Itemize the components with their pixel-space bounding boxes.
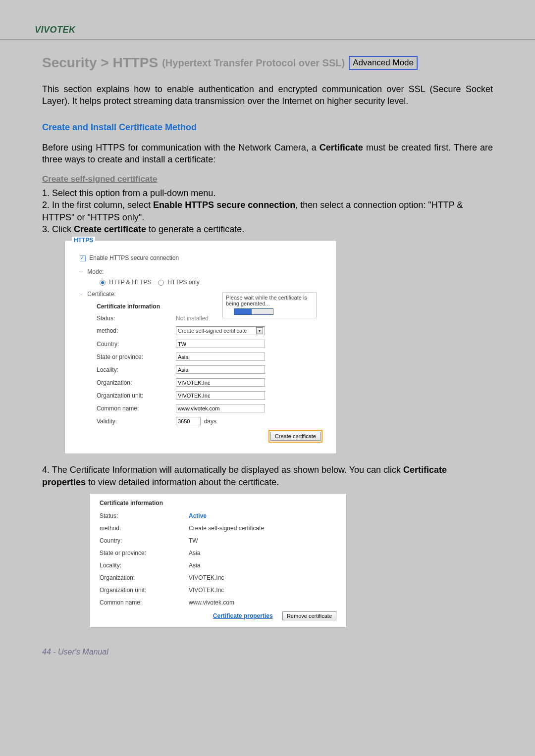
step-3: 3. Click Create certificate to generate … <box>42 223 493 235</box>
step-1: 1. Select this option from a pull-down m… <box>42 187 493 199</box>
label-common-name: Common name: <box>97 405 176 412</box>
row2-state: State or province: Asia <box>100 550 336 556</box>
generating-message: Please wait while the certificate is bei… <box>226 295 313 306</box>
row2-org-unit: Organization unit: VIVOTEK.Inc <box>100 587 336 594</box>
row-state: State or province: <box>97 353 322 361</box>
value-state: Asia <box>189 550 200 556</box>
value-org-unit: VIVOTEK.Inc <box>189 587 224 594</box>
value-common-name: www.vivotek.com <box>189 599 234 606</box>
text-bold: Create certificate <box>74 224 146 234</box>
value-org: VIVOTEK.Inc <box>189 574 224 581</box>
label-status: Status: <box>100 512 189 519</box>
label-state: State or province: <box>97 353 176 360</box>
label-method: method: <box>97 327 176 334</box>
row-locality: Locality: <box>97 365 322 374</box>
advanced-mode-badge: Advanced Mode <box>349 56 418 70</box>
mode-options: HTTP & HTTPS HTTPS only <box>100 279 322 286</box>
page-header: VIVOTEK <box>0 15 535 40</box>
org-unit-input[interactable] <box>176 391 265 400</box>
dropdown-arrow-icon: ▾ <box>256 327 263 334</box>
org-input[interactable] <box>176 378 265 387</box>
row-org: Organization: <box>97 378 322 387</box>
validity-input[interactable] <box>176 417 201 425</box>
label-org: Organization: <box>100 574 189 581</box>
row2-status: Status: Active <box>100 512 336 519</box>
text-bold: Enable HTTPS secure connection <box>153 200 295 210</box>
subsection-heading: Create self-signed certificate <box>42 174 493 184</box>
steps-list: 1. Select this option from a pull-down m… <box>42 187 493 235</box>
enable-https-checkbox[interactable] <box>80 255 86 261</box>
content-area: Security > HTTPS (Hypertext Transfer Pro… <box>0 55 535 628</box>
state-input[interactable] <box>176 353 265 361</box>
value-locality: Asia <box>189 562 200 569</box>
row2-country: Country: TW <box>100 537 336 544</box>
text: 2. In the first column, select <box>42 200 153 210</box>
cert-info-heading-2: Certificate information <box>100 500 336 506</box>
page-subtitle: (Hypertext Transfer Protocol over SSL) <box>162 57 345 69</box>
text: 3. Click <box>42 224 74 234</box>
label-org-unit: Organization unit: <box>97 392 176 399</box>
text: to generate a certificate. <box>146 224 244 234</box>
label-org: Organization: <box>97 379 176 386</box>
create-button-row: Create certificate <box>97 430 322 443</box>
row-method: method: Create self-signed certificate ▾ <box>97 326 322 335</box>
enable-https-row: Enable HTTPS secure connection <box>80 254 322 261</box>
section-heading: Create and Install Certificate Method <box>42 122 493 133</box>
panel2-footer: Certificate properties Remove certificat… <box>100 611 336 620</box>
text-bold: Certificate <box>320 143 363 152</box>
method-select-value: Create self-signed certificate <box>178 328 247 334</box>
common-name-input[interactable] <box>176 404 265 412</box>
row-country: Country: <box>97 340 322 348</box>
step-4: 4. The Certificate Information will auto… <box>42 464 493 488</box>
label-state: State or province: <box>100 550 189 556</box>
method-select[interactable]: Create self-signed certificate ▾ <box>176 326 265 335</box>
certificate-info-panel: Certificate information Status: Active m… <box>89 493 347 628</box>
text: to view detailed information about the c… <box>86 477 279 487</box>
https-config-panel: HTTPS Enable HTTPS secure connection ﹀ M… <box>64 240 337 454</box>
certificate-info-form: Certificate information Status: Not inst… <box>97 303 322 443</box>
highlight-box: Create certificate <box>268 430 322 443</box>
row-validity: Validity: days <box>97 417 322 425</box>
remove-certificate-button[interactable]: Remove certificate <box>282 611 336 620</box>
row-org-unit: Organization unit: <box>97 391 322 400</box>
radio-https-only[interactable] <box>158 280 164 286</box>
mode-label: Mode: <box>87 268 104 275</box>
radio-https-only-label: HTTPS only <box>167 279 200 286</box>
certificate-label: Certificate: <box>87 291 115 298</box>
certificate-properties-link[interactable]: Certificate properties <box>213 612 273 619</box>
page-title-row: Security > HTTPS (Hypertext Transfer Pro… <box>42 55 493 71</box>
row2-locality: Locality: Asia <box>100 562 336 569</box>
page-footer: 44 - User's Manual <box>0 628 535 656</box>
chevron-down-icon: ﹀ <box>79 292 84 297</box>
mode-row: ﹀ Mode: <box>79 268 322 276</box>
label-locality: Locality: <box>100 562 189 569</box>
radio-http-https-label: HTTP & HTTPS <box>109 279 151 286</box>
fieldset-legend: HTTPS <box>72 237 95 244</box>
create-certificate-button[interactable]: Create certificate <box>270 432 321 441</box>
row-common-name: Common name: <box>97 404 322 412</box>
value-status-active: Active <box>189 512 207 519</box>
label-method: method: <box>100 525 189 532</box>
page-title: Security > HTTPS <box>42 55 158 71</box>
document-page: VIVOTEK Security > HTTPS (Hypertext Tran… <box>0 0 535 676</box>
text: 4. The Certificate Information will auto… <box>42 465 403 475</box>
chevron-down-icon: ﹀ <box>79 270 84 275</box>
country-input[interactable] <box>176 340 265 348</box>
label-locality: Locality: <box>97 366 176 373</box>
progress-bar <box>234 308 273 315</box>
row2-common-name: Common name: www.vivotek.com <box>100 599 336 606</box>
label-country: Country: <box>97 341 176 348</box>
enable-https-label: Enable HTTPS secure connection <box>89 254 179 261</box>
label-status: Status: <box>97 315 176 322</box>
locality-input[interactable] <box>176 365 265 374</box>
label-common-name: Common name: <box>100 599 189 606</box>
value-status: Not installed <box>176 315 209 322</box>
row2-method: method: Create self-signed certificate <box>100 525 336 532</box>
step-2: 2. In the first column, select Enable HT… <box>42 199 493 223</box>
label-country: Country: <box>100 537 189 544</box>
label-org-unit: Organization unit: <box>100 587 189 594</box>
generating-dialog: Please wait while the certificate is bei… <box>222 292 317 318</box>
intro-paragraph: This section explains how to enable auth… <box>42 83 493 107</box>
label-validity: Validity: <box>97 418 176 425</box>
radio-http-https[interactable] <box>100 280 106 286</box>
